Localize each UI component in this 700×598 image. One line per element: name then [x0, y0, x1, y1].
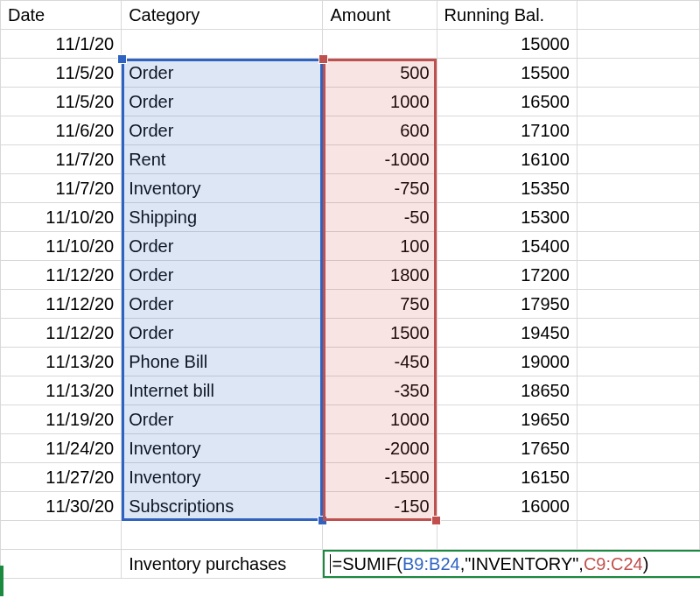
spreadsheet-view[interactable]: Date Category Amount Running Bal. 11/1/2…	[0, 0, 700, 598]
empty-cell[interactable]	[577, 492, 699, 521]
cell-running[interactable]: 17650	[437, 434, 577, 463]
header-running[interactable]: Running Bal.	[437, 1, 577, 30]
empty-cell[interactable]	[577, 88, 699, 116]
cell-amount[interactable]: 600	[323, 116, 437, 145]
cell-date[interactable]: 11/27/20	[1, 463, 122, 492]
cell-category[interactable]: Shipping	[122, 203, 323, 232]
empty-header-cell[interactable]	[577, 1, 699, 30]
cell-date[interactable]: 11/12/20	[1, 261, 122, 290]
cell-date[interactable]: 11/30/20	[1, 492, 122, 521]
cell-running[interactable]: 16500	[437, 88, 577, 116]
cell-running[interactable]: 15300	[437, 203, 577, 232]
cell-amount[interactable]	[323, 30, 437, 59]
cell-category[interactable]: Order	[122, 261, 323, 290]
cell-category[interactable]: Internet bill	[122, 376, 323, 405]
table-row: 11/30/20Subscriptions-15016000	[1, 492, 700, 521]
cell-amount[interactable]: -50	[323, 203, 437, 232]
empty-cell[interactable]	[577, 232, 699, 261]
cell-category[interactable]: Order	[122, 116, 323, 145]
cell-date[interactable]: 11/19/20	[1, 405, 122, 434]
empty-cell[interactable]	[577, 376, 699, 405]
formula-editor[interactable]: =SUMIF(B9:B24,"INVENTORY",C9:C24)	[323, 550, 700, 578]
empty-cell[interactable]	[577, 463, 699, 492]
empty-cell[interactable]	[577, 261, 699, 290]
table-row: 11/24/20Inventory-200017650	[1, 434, 700, 463]
cell-amount[interactable]: -2000	[323, 434, 437, 463]
cell-amount[interactable]: 100	[323, 232, 437, 261]
cell-running[interactable]: 17950	[437, 290, 577, 319]
cell-running[interactable]: 15500	[437, 59, 577, 88]
cell-date[interactable]: 11/12/20	[1, 290, 122, 319]
cell-amount[interactable]: -1000	[323, 145, 437, 174]
header-category[interactable]: Category	[122, 1, 323, 30]
cell-category[interactable]: Order	[122, 59, 323, 88]
cell-running[interactable]: 15000	[437, 30, 577, 59]
cell-running[interactable]: 17100	[437, 116, 577, 145]
cell-running[interactable]: 15350	[437, 174, 577, 203]
empty-cell[interactable]	[577, 116, 699, 145]
cell-amount[interactable]: -750	[323, 174, 437, 203]
cell-category[interactable]: Inventory	[122, 174, 323, 203]
cell-category[interactable]: Order	[122, 232, 323, 261]
cell-category[interactable]: Order	[122, 290, 323, 319]
cell-running[interactable]: 16150	[437, 463, 577, 492]
header-date[interactable]: Date	[1, 1, 122, 30]
empty-cell[interactable]	[1, 550, 122, 579]
cell-date[interactable]: 11/24/20	[1, 434, 122, 463]
empty-cell[interactable]	[577, 145, 699, 174]
cell-running[interactable]: 16000	[437, 492, 577, 521]
cell-amount[interactable]: 1500	[323, 319, 437, 348]
formula-edit-cell[interactable]: =SUMIF(B9:B24,"INVENTORY",C9:C24)	[323, 550, 700, 579]
cell-date[interactable]: 11/13/20	[1, 376, 122, 405]
cell-category[interactable]: Phone Bill	[122, 348, 323, 376]
cell-running[interactable]: 19650	[437, 405, 577, 434]
empty-cell[interactable]	[577, 434, 699, 463]
cell-running[interactable]: 17200	[437, 261, 577, 290]
cell-category[interactable]: Order	[122, 319, 323, 348]
cell-date[interactable]: 11/12/20	[1, 319, 122, 348]
cell-running[interactable]: 16100	[437, 145, 577, 174]
cell-running[interactable]: 19000	[437, 348, 577, 376]
table-row: 11/27/20Inventory-150016150	[1, 463, 700, 492]
empty-cell[interactable]	[577, 405, 699, 434]
ledger-table[interactable]: Date Category Amount Running Bal. 11/1/2…	[0, 0, 700, 579]
header-amount[interactable]: Amount	[323, 1, 437, 30]
cell-running[interactable]: 15400	[437, 232, 577, 261]
cell-category[interactable]: Subscriptions	[122, 492, 323, 521]
cell-date[interactable]: 11/5/20	[1, 88, 122, 116]
empty-cell[interactable]	[577, 59, 699, 88]
cell-category[interactable]: Inventory	[122, 434, 323, 463]
cell-amount[interactable]: -150	[323, 492, 437, 521]
cell-date[interactable]: 11/6/20	[1, 116, 122, 145]
cell-category[interactable]: Order	[122, 405, 323, 434]
cell-category[interactable]: Inventory	[122, 463, 323, 492]
cell-date[interactable]: 11/7/20	[1, 174, 122, 203]
cell-running[interactable]: 18650	[437, 376, 577, 405]
cell-amount[interactable]: 1800	[323, 261, 437, 290]
formula-label-cell[interactable]: Inventory purchases	[122, 550, 323, 579]
empty-cell[interactable]	[577, 174, 699, 203]
cell-date[interactable]: 11/10/20	[1, 232, 122, 261]
empty-cell[interactable]	[577, 348, 699, 376]
cell-date[interactable]: 11/7/20	[1, 145, 122, 174]
table-row: 11/13/20Internet bill-35018650	[1, 376, 700, 405]
cell-amount[interactable]: 1000	[323, 405, 437, 434]
cell-category[interactable]	[122, 30, 323, 59]
empty-cell[interactable]	[577, 290, 699, 319]
cell-date[interactable]: 11/13/20	[1, 348, 122, 376]
cell-date[interactable]: 11/1/20	[1, 30, 122, 59]
empty-cell[interactable]	[577, 203, 699, 232]
cell-running[interactable]: 19450	[437, 319, 577, 348]
empty-cell[interactable]	[577, 319, 699, 348]
cell-amount[interactable]: -1500	[323, 463, 437, 492]
cell-amount[interactable]: -350	[323, 376, 437, 405]
cell-category[interactable]: Order	[122, 88, 323, 116]
cell-date[interactable]: 11/10/20	[1, 203, 122, 232]
cell-amount[interactable]: 1000	[323, 88, 437, 116]
cell-amount[interactable]: 750	[323, 290, 437, 319]
cell-date[interactable]: 11/5/20	[1, 59, 122, 88]
cell-category[interactable]: Rent	[122, 145, 323, 174]
empty-cell[interactable]	[577, 30, 699, 59]
cell-amount[interactable]: -450	[323, 348, 437, 376]
cell-amount[interactable]: 500	[323, 59, 437, 88]
